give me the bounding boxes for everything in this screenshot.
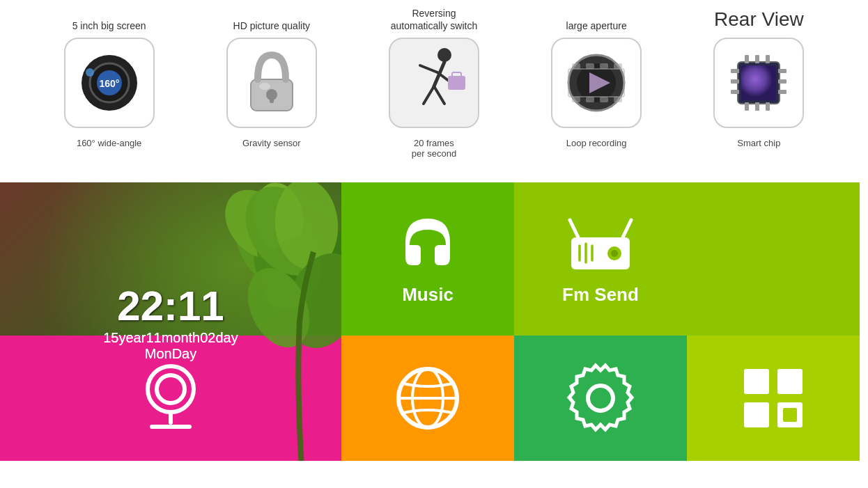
svg-rect-32 (766, 55, 770, 63)
screen-icon: 160° (75, 48, 144, 118)
feature-icon-5inch: 160° (64, 38, 155, 128)
apps-grid-icon (738, 363, 808, 433)
feature-icon-hd (226, 38, 317, 128)
svg-line-13 (424, 86, 434, 104)
feature-label-wideangle: 160° wide-angle (77, 138, 141, 148)
lock-icon (240, 48, 303, 118)
svg-rect-41 (778, 90, 786, 94)
svg-text:160°: 160° (99, 78, 119, 89)
music-app-tile[interactable]: Music (341, 182, 514, 336)
label-chip: Smart chip (696, 132, 821, 148)
svg-rect-37 (731, 79, 739, 84)
svg-point-4 (86, 68, 94, 77)
svg-rect-7 (270, 95, 274, 103)
fmsend-app-label: Fm Send (562, 284, 639, 306)
day-display: MonDay (145, 346, 196, 362)
aperture-icon (561, 48, 631, 118)
svg-rect-21 (586, 63, 594, 69)
svg-rect-88 (783, 408, 797, 422)
feature-title-rearview: Rear View (714, 7, 804, 32)
svg-rect-36 (731, 69, 739, 73)
app-grid-2: 22:11 15year11month02day MonDay Music (0, 182, 860, 461)
date-display: 15year11month02day (103, 330, 238, 346)
svg-line-70 (623, 220, 631, 237)
browser-app-tile[interactable] (341, 336, 514, 461)
svg-rect-84 (744, 369, 769, 394)
running-icon (399, 45, 469, 121)
svg-rect-33 (745, 102, 749, 111)
settings-app-tile[interactable] (514, 336, 687, 461)
svg-point-75 (611, 250, 618, 257)
feature-title-hd: HD picture quality (233, 7, 311, 32)
svg-rect-35 (766, 102, 770, 111)
feature-label-chip: Smart chip (737, 138, 780, 148)
svg-rect-85 (777, 369, 803, 394)
svg-rect-38 (731, 90, 739, 94)
fmsend-radio-icon (566, 213, 635, 276)
feature-icon-rearview (713, 38, 804, 128)
feature-hd: HD picture quality (209, 7, 334, 128)
svg-line-11 (420, 65, 437, 72)
svg-rect-20 (572, 63, 580, 69)
feature-aperture: large aperture (534, 7, 659, 128)
svg-rect-25 (586, 97, 594, 102)
dash-content: 22:11 15year11month02day MonDay (0, 182, 341, 461)
label-gravity: Gravity sensor (209, 132, 334, 148)
svg-rect-40 (778, 79, 786, 84)
feature-icon-reversing (389, 38, 479, 128)
svg-rect-23 (614, 63, 622, 69)
music-headphones-icon (393, 213, 463, 276)
feature-title-5inch: 5 inch big screen (72, 7, 146, 32)
feature-icon-aperture (551, 38, 642, 128)
feature-reversing: Reversingautomatically switch (371, 7, 497, 128)
music-app-label: Music (402, 284, 454, 306)
svg-rect-27 (614, 97, 622, 102)
feature-title-aperture: large aperture (566, 7, 627, 32)
feature-label-frames: 20 framesper second (412, 138, 456, 159)
svg-rect-39 (778, 69, 786, 73)
settings-gear-icon (562, 360, 639, 436)
svg-point-9 (437, 48, 451, 62)
feature-label-loop: Loop recording (566, 138, 627, 148)
feature-5inch: 5 inch big screen 160° (47, 7, 172, 128)
label-loop: Loop recording (534, 132, 659, 148)
svg-line-14 (434, 86, 444, 104)
svg-rect-34 (755, 102, 759, 111)
svg-rect-26 (600, 97, 608, 102)
feature-rearview: Rear View (696, 7, 821, 128)
features-strip: 5 inch big screen 160° HD picture qualit… (0, 0, 868, 128)
svg-point-83 (588, 386, 613, 411)
apps-app-tile[interactable] (687, 336, 860, 461)
time-display: 22:11 (117, 282, 224, 330)
svg-rect-24 (572, 97, 580, 102)
svg-rect-31 (755, 55, 759, 63)
svg-rect-42 (741, 65, 776, 100)
label-wideangle: 160° wide-angle (47, 132, 172, 148)
svg-rect-22 (600, 63, 608, 69)
fmsend-app-tile[interactable]: Fm Send (514, 182, 687, 336)
features-labels-strip: 160° wide-angle Gravity sensor 20 frames… (0, 128, 868, 162)
extra-tile[interactable] (687, 182, 860, 336)
svg-rect-30 (745, 55, 749, 63)
feature-label-gravity: Gravity sensor (242, 138, 301, 148)
svg-rect-86 (744, 402, 769, 427)
globe-browser-icon (389, 360, 466, 436)
svg-point-8 (259, 83, 270, 90)
label-frames: 20 framesper second (371, 132, 497, 159)
feature-title-reversing: Reversingautomatically switch (391, 7, 478, 32)
chip-icon (727, 52, 790, 114)
dashboard-main[interactable]: 22:11 15year11month02day MonDay (0, 182, 341, 461)
svg-line-69 (570, 220, 578, 237)
